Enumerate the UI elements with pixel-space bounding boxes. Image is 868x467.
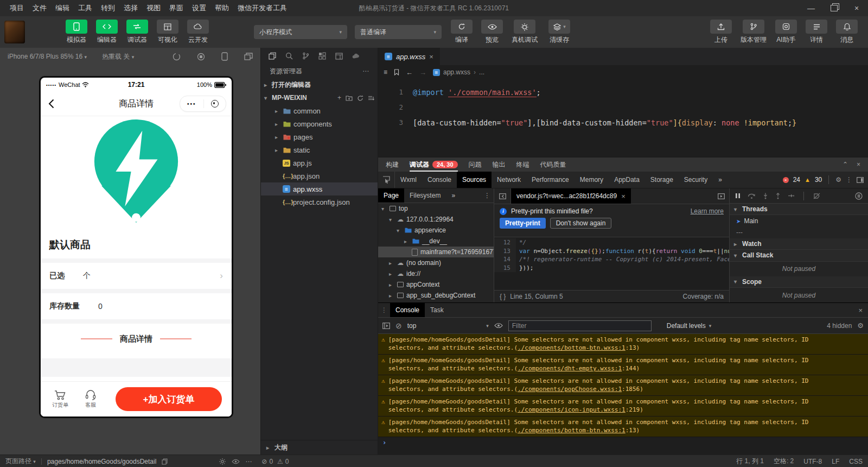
mode-select[interactable]: 小程序模式▾	[254, 25, 347, 39]
tab-vendor-js[interactable]: vendor.js?t=wec...ac28b1f264dc89 ×	[511, 188, 631, 204]
tab-problems[interactable]: 问题	[469, 157, 482, 172]
rotate-icon[interactable]	[173, 53, 181, 61]
problem-counts[interactable]: ⊘ 0 ⚠ 0	[261, 458, 289, 465]
tab-app-wxss[interactable]: ≡ app.wxss ×	[378, 48, 440, 65]
restore-button[interactable]	[822, 0, 845, 16]
deactivate-breakpoints-icon[interactable]	[813, 193, 820, 199]
outline-section[interactable]: ▸大纲	[261, 440, 378, 455]
details-button[interactable]: 详情	[803, 20, 830, 45]
tab-page[interactable]: Page	[378, 188, 404, 203]
tab-output[interactable]: 输出	[493, 157, 506, 172]
project-section[interactable]: ▾MP-WEIXIN +	[261, 91, 378, 104]
collapse-all-icon[interactable]	[368, 95, 374, 102]
tree-appservice[interactable]: ▾ appservice	[378, 225, 494, 236]
copy-path-icon[interactable]	[162, 458, 168, 465]
source-link[interactable]: ./components/bottom-btn.wxss:1	[518, 427, 626, 434]
console-prompt[interactable]: ›	[378, 437, 868, 448]
more-actions-icon[interactable]: ⋯	[245, 458, 252, 465]
cloud-dev-button[interactable]: 云开发	[184, 20, 212, 45]
menu-item[interactable]: 设置	[188, 3, 210, 13]
devtab-console[interactable]: Console	[422, 172, 457, 188]
source-control-icon[interactable]	[302, 52, 309, 60]
menu-item[interactable]: 视图	[142, 3, 165, 13]
tree-app-sub-debugcontext[interactable]: ▸app_sub_debugContext	[378, 290, 494, 301]
search-icon[interactable]	[285, 52, 293, 60]
device-frame-icon[interactable]	[221, 52, 228, 61]
tree-ide[interactable]: ▸☁ide://	[378, 268, 494, 279]
new-file-icon[interactable]: +	[337, 94, 341, 102]
eol[interactable]: LF	[832, 458, 839, 465]
warning-count[interactable]: 30	[815, 176, 822, 184]
devtab-security[interactable]: Security	[679, 172, 713, 188]
menu-item[interactable]: 文件	[28, 3, 51, 13]
tree-folder-static[interactable]: ▸ static	[261, 143, 378, 156]
hot-reload-select[interactable]: 热重载 关 ▾	[102, 52, 134, 61]
console-sidebar-icon[interactable]	[382, 323, 390, 329]
refresh-icon[interactable]	[357, 95, 363, 102]
menu-item[interactable]: 转到	[97, 3, 119, 13]
panel-collapse-icon[interactable]: ⌃	[843, 161, 848, 168]
pause-on-exceptions-icon[interactable]	[855, 192, 863, 200]
drawer-kebab-icon[interactable]: ⋮	[378, 306, 390, 314]
tree-folder-components[interactable]: ▸ components	[261, 117, 378, 130]
step-into-icon[interactable]	[763, 193, 768, 199]
cursor-position[interactable]: 行 1, 列 1	[736, 457, 764, 466]
tree-origin[interactable]: ▾☁127.0.0.1:29964	[378, 214, 494, 225]
encoding[interactable]: UTF-8	[803, 458, 822, 465]
editor-toggle-button[interactable]: 编辑器	[93, 20, 120, 45]
device-select[interactable]: iPhone 6/7/8 Plus 85% 16 ▾	[8, 53, 87, 60]
step-over-icon[interactable]	[748, 193, 756, 199]
clear-cache-button[interactable]: ▾ 清缓存	[544, 20, 575, 45]
exit-circle-icon[interactable]	[211, 100, 219, 108]
learn-more-link[interactable]: Learn more	[691, 207, 724, 215]
braces-icon[interactable]: { }	[500, 293, 506, 300]
order-cart-button[interactable]: 订货单	[45, 390, 75, 409]
pause-icon[interactable]	[735, 193, 741, 199]
tab-code-quality[interactable]: 代码质量	[540, 157, 566, 172]
live-expression-eye-icon[interactable]	[494, 323, 503, 329]
project-avatar[interactable]	[4, 21, 25, 43]
simulator-toggle-button[interactable]: 模拟器	[63, 20, 90, 45]
settings-gear-icon[interactable]: ⚙	[835, 176, 841, 184]
tab-build[interactable]: 构建	[386, 157, 399, 172]
preview-window-icon[interactable]	[335, 53, 343, 60]
multi-window-icon[interactable]	[244, 53, 253, 60]
visual-toggle-button[interactable]: 可视化	[154, 20, 181, 45]
more-dots-icon[interactable]: •••	[187, 101, 196, 107]
tree-file-projectconfig[interactable]: {…} project.config.json	[261, 195, 378, 209]
context-select[interactable]: top▾	[407, 322, 489, 330]
tree-folder-pages[interactable]: ▸ pages	[261, 130, 378, 143]
source-link[interactable]: ./components/popChoose.wxss:1	[518, 386, 622, 393]
tab-console[interactable]: Console	[390, 303, 425, 317]
devtab-sources[interactable]: Sources	[457, 172, 492, 188]
error-count[interactable]: 24	[793, 176, 800, 184]
error-count-icon[interactable]: ×	[783, 177, 789, 183]
tab-task[interactable]: Task	[425, 303, 449, 317]
watch-section[interactable]: ▸Watch	[730, 238, 868, 250]
scope-section[interactable]: ▾Scope	[730, 276, 868, 288]
nav-back-icon[interactable]: ←	[406, 68, 413, 77]
tree-appcontext[interactable]: ▸appContext	[378, 279, 494, 290]
menu-item[interactable]: 编辑	[51, 3, 74, 13]
devtab-performance[interactable]: Performance	[526, 172, 575, 188]
compile-button[interactable]: 编译	[448, 20, 475, 45]
panel-close-icon[interactable]: ×	[857, 161, 860, 168]
close-tab-icon[interactable]: ×	[429, 53, 433, 61]
pause-overlay-icon[interactable]	[718, 193, 729, 199]
step-icon[interactable]	[788, 193, 794, 199]
upload-button[interactable]: 上传	[707, 20, 735, 45]
compile-mode-select[interactable]: 普通编译▾	[355, 25, 442, 39]
kebab-menu-icon[interactable]: ⋮	[846, 176, 852, 184]
hidden-count[interactable]: 4 hidden	[827, 322, 852, 330]
step-out-icon[interactable]	[775, 193, 781, 199]
devtabs-overflow-icon[interactable]: »	[713, 172, 727, 188]
hide-navigator-icon[interactable]	[494, 188, 511, 204]
clear-console-icon[interactable]: ⊘	[395, 321, 402, 330]
ai-assistant-button[interactable]: AI助手	[773, 20, 800, 45]
devtab-storage[interactable]: Storage	[645, 172, 679, 188]
menu-item[interactable]: 项目	[5, 3, 28, 13]
bookmark-icon[interactable]	[394, 69, 399, 75]
tree-top[interactable]: ▾top	[378, 203, 494, 214]
nav-forward-icon[interactable]: →	[419, 68, 426, 77]
debugger-toggle-button[interactable]: 调试器	[124, 20, 151, 45]
